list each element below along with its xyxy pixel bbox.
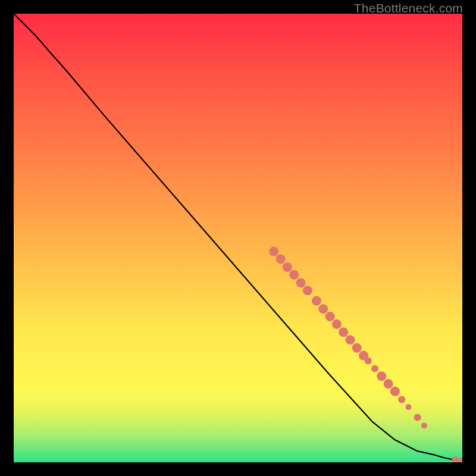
plot-area [14,14,462,462]
data-point [371,365,378,372]
data-point [352,343,362,353]
data-point [325,312,335,321]
data-point [414,414,421,421]
data-point [269,247,278,256]
chart-frame: TheBottleneck.com [0,0,476,476]
watermark-label: TheBottleneck.com [354,1,463,15]
data-point [312,296,321,306]
data-point [303,286,312,295]
data-point [276,254,286,264]
data-point [346,335,355,345]
data-point [421,422,427,428]
data-point [296,278,306,287]
data-point [365,358,372,365]
data-point [318,304,328,314]
data-point [289,270,299,280]
data-point [283,262,292,272]
data-point [332,320,342,329]
data-point [398,396,405,403]
data-point [377,371,386,381]
data-point [406,404,412,410]
data-point [339,327,348,337]
data-point [390,387,400,396]
data-point [384,379,393,389]
chart-svg [14,14,462,462]
